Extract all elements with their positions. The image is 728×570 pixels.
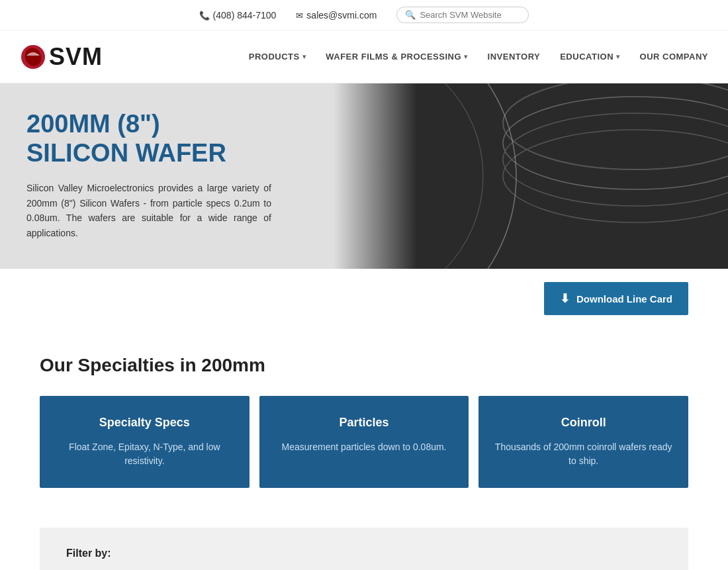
download-btn-label: Download Line Card — [576, 293, 672, 305]
phone-link[interactable]: (408) 844-7100 — [199, 10, 277, 21]
logo[interactable]: SVM — [20, 43, 103, 71]
download-section: ⬇ Download Line Card — [0, 269, 728, 328]
hero-title: 200MM (8")SILICON WAFER — [26, 110, 324, 167]
filter-label: Filter by: — [66, 547, 662, 559]
nav-bar: SVM PRODUCTS ▾ WAFER FILMS & PROCESSING … — [0, 30, 728, 83]
logo-icon — [20, 44, 46, 70]
nav-products-label: PRODUCTS — [249, 52, 300, 62]
card-desc-specs: Float Zone, Epitaxy, N-Type, and low res… — [53, 440, 236, 468]
chevron-down-icon: ▾ — [616, 53, 620, 60]
nav-item-inventory[interactable]: INVENTORY — [488, 52, 541, 62]
specialty-card-particles: Particles Measurement particles down to … — [259, 396, 469, 488]
download-line-card-button[interactable]: ⬇ Download Line Card — [544, 282, 688, 315]
specialties-cards-row: Specialty Specs Float Zone, Epitaxy, N-T… — [40, 396, 688, 488]
search-bar[interactable] — [396, 7, 529, 23]
card-title-particles: Particles — [273, 416, 456, 430]
nav-item-products[interactable]: PRODUCTS ▾ — [249, 52, 306, 62]
card-title-coinroll: Coinroll — [492, 416, 675, 430]
logo-text: SVM — [49, 43, 103, 71]
nav-item-wafer-films[interactable]: WAFER FILMS & PROCESSING ▾ — [326, 52, 467, 62]
nav-ourcompany-label: OUR COMPANY — [640, 52, 708, 62]
filter-section: Filter by: Diameter Select Orientation S… — [40, 528, 688, 570]
nav-item-our-company[interactable]: OUR COMPANY — [640, 52, 708, 62]
email-address: sales@svmi.com — [306, 10, 377, 21]
chevron-down-icon: ▾ — [302, 53, 306, 60]
specialties-section: Our Specialties in 200mm Specialty Specs… — [0, 328, 728, 501]
nav-education-label: EDUCATION — [560, 52, 614, 62]
specialty-card-specs: Specialty Specs Float Zone, Epitaxy, N-T… — [40, 396, 250, 488]
nav-item-education[interactable]: EDUCATION ▾ — [560, 52, 619, 62]
search-input[interactable] — [420, 10, 512, 20]
hero-section: 200MM (8")SILICON WAFER Silicon Valley M… — [0, 83, 728, 269]
nav-inventory-label: INVENTORY — [488, 52, 541, 62]
chevron-down-icon: ▾ — [464, 53, 468, 60]
hero-content: 200MM (8")SILICON WAFER Silicon Valley M… — [0, 83, 344, 260]
specialty-card-coinroll: Coinroll Thousands of 200mm coinroll waf… — [478, 396, 688, 488]
hero-description: Silicon Valley Microelectronics provides… — [26, 181, 271, 240]
search-icon — [405, 10, 416, 20]
download-icon: ⬇ — [560, 291, 570, 306]
card-title-specs: Specialty Specs — [53, 416, 236, 430]
nav-links: PRODUCTS ▾ WAFER FILMS & PROCESSING ▾ IN… — [249, 52, 708, 62]
email-link[interactable]: sales@svmi.com — [296, 10, 377, 21]
phone-number: (408) 844-7100 — [213, 10, 277, 21]
specialties-title: Our Specialties in 200mm — [40, 355, 688, 376]
card-desc-coinroll: Thousands of 200mm coinroll wafers ready… — [492, 440, 675, 468]
email-icon — [296, 10, 303, 21]
nav-waferfilms-label: WAFER FILMS & PROCESSING — [326, 52, 461, 62]
card-desc-particles: Measurement particles down to 0.08um. — [273, 440, 456, 454]
phone-icon — [199, 10, 210, 21]
top-bar: (408) 844-7100 sales@svmi.com — [0, 0, 728, 30]
